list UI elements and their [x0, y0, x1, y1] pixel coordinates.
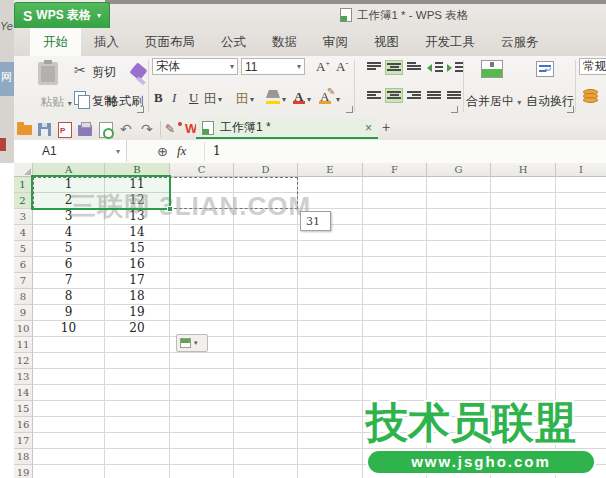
currency-icon[interactable] — [582, 89, 598, 103]
save-button[interactable] — [38, 121, 54, 137]
cell-D4[interactable] — [234, 225, 298, 241]
column-header-D[interactable]: D — [234, 163, 298, 177]
underline-button[interactable]: U — [189, 90, 198, 106]
cell-C5[interactable] — [170, 241, 234, 257]
new-tab-button[interactable]: + — [382, 119, 390, 135]
cell-B5[interactable]: 15 — [105, 241, 170, 257]
menu-tab-7[interactable]: 视图 — [361, 28, 412, 56]
cell-A6[interactable]: 6 — [33, 257, 105, 273]
cell-C15[interactable] — [170, 401, 234, 417]
cell-D12[interactable] — [234, 353, 298, 369]
column-header-H[interactable]: H — [491, 163, 556, 177]
font-dialog-launcher[interactable] — [346, 106, 353, 113]
cell-G12[interactable] — [427, 353, 491, 369]
merge-dialog-launcher[interactable] — [567, 106, 574, 113]
row-header-15[interactable]: 15 — [14, 401, 33, 417]
cell-D10[interactable] — [234, 321, 298, 337]
cell-D6[interactable] — [234, 257, 298, 273]
row-header-4[interactable]: 4 — [14, 225, 33, 241]
cell-A11[interactable] — [33, 337, 105, 353]
cell-E17[interactable] — [298, 433, 363, 449]
cell-B14[interactable] — [105, 385, 170, 401]
cell-G2[interactable] — [427, 193, 491, 209]
bottom-align-button[interactable] — [407, 61, 421, 72]
bold-button[interactable]: B — [154, 90, 163, 106]
row-header-9[interactable]: 9 — [14, 305, 33, 321]
cell-H1[interactable] — [491, 177, 556, 193]
cell-H7[interactable] — [491, 273, 556, 289]
cell-C9[interactable] — [170, 305, 234, 321]
chevron-down-icon[interactable]: ▾ — [336, 95, 340, 104]
cell-H8[interactable] — [491, 289, 556, 305]
cell-D17[interactable] — [234, 433, 298, 449]
cell-D15[interactable] — [234, 401, 298, 417]
italic-button[interactable]: I — [172, 90, 176, 106]
cell-G6[interactable] — [427, 257, 491, 273]
cell-D13[interactable] — [234, 369, 298, 385]
cell-I5[interactable] — [556, 241, 606, 257]
cell-A18[interactable] — [33, 449, 105, 465]
cell-I12[interactable] — [556, 353, 606, 369]
cell-A16[interactable] — [33, 417, 105, 433]
cell-E5[interactable] — [298, 241, 363, 257]
wps-app-menu-button[interactable]: S WPS 表格 ▾ — [14, 2, 110, 28]
cell-F11[interactable] — [363, 337, 427, 353]
cell-H2[interactable] — [491, 193, 556, 209]
cell-F8[interactable] — [363, 289, 427, 305]
cell-B15[interactable] — [105, 401, 170, 417]
cell-C19[interactable] — [170, 465, 234, 478]
cell-E6[interactable] — [298, 257, 363, 273]
cell-C8[interactable] — [170, 289, 234, 305]
cell-I4[interactable] — [556, 225, 606, 241]
cell-F9[interactable] — [363, 305, 427, 321]
cell-I1[interactable] — [556, 177, 606, 193]
cell-E12[interactable] — [298, 353, 363, 369]
cell-D18[interactable] — [234, 449, 298, 465]
cell-F2[interactable] — [363, 193, 427, 209]
cell-F1[interactable] — [363, 177, 427, 193]
cell-A14[interactable] — [33, 385, 105, 401]
increase-indent-button[interactable] — [447, 61, 463, 72]
cell-A8[interactable]: 8 — [33, 289, 105, 305]
row-header-6[interactable]: 6 — [14, 257, 33, 273]
menu-tab-4[interactable]: 公式 — [208, 28, 259, 56]
decrease-font-button[interactable]: A- — [336, 59, 348, 75]
menu-tab-3[interactable]: 页面布局 — [132, 28, 208, 56]
cell-I6[interactable] — [556, 257, 606, 273]
chevron-down-icon[interactable]: ▾ — [218, 95, 222, 104]
cell-F3[interactable] — [363, 209, 427, 225]
align-center-button[interactable] — [387, 90, 401, 101]
cell-A9[interactable]: 9 — [33, 305, 105, 321]
cell-I3[interactable] — [556, 209, 606, 225]
cell-F10[interactable] — [363, 321, 427, 337]
chevron-down-icon[interactable]: ▾ — [116, 147, 120, 156]
cell-A4[interactable]: 4 — [33, 225, 105, 241]
row-header-12[interactable]: 12 — [14, 353, 33, 369]
cell-A5[interactable]: 5 — [33, 241, 105, 257]
font-family-select[interactable]: 宋体▾ — [152, 58, 238, 75]
cell-H6[interactable] — [491, 257, 556, 273]
cell-C16[interactable] — [170, 417, 234, 433]
cell-G9[interactable] — [427, 305, 491, 321]
menu-tab-6[interactable]: 审阅 — [310, 28, 361, 56]
borders-icon[interactable]: 田 — [204, 90, 217, 108]
cell-C14[interactable] — [170, 385, 234, 401]
insert-function-button[interactable]: fx — [177, 143, 186, 159]
cell-G4[interactable] — [427, 225, 491, 241]
alignment-dialog-launcher[interactable] — [451, 106, 458, 113]
cell-E13[interactable] — [298, 369, 363, 385]
cell-G3[interactable] — [427, 209, 491, 225]
row-header-8[interactable]: 8 — [14, 289, 33, 305]
cell-C6[interactable] — [170, 257, 234, 273]
row-header-14[interactable]: 14 — [14, 385, 33, 401]
menu-tab-2[interactable]: 插入 — [81, 28, 132, 56]
cell-E14[interactable] — [298, 385, 363, 401]
cell-E7[interactable] — [298, 273, 363, 289]
cell-I13[interactable] — [556, 369, 606, 385]
cell-A7[interactable]: 7 — [33, 273, 105, 289]
cell-B10[interactable]: 20 — [105, 321, 170, 337]
cell-F6[interactable] — [363, 257, 427, 273]
cell-A17[interactable] — [33, 433, 105, 449]
cell-F12[interactable] — [363, 353, 427, 369]
cell-I10[interactable] — [556, 321, 606, 337]
